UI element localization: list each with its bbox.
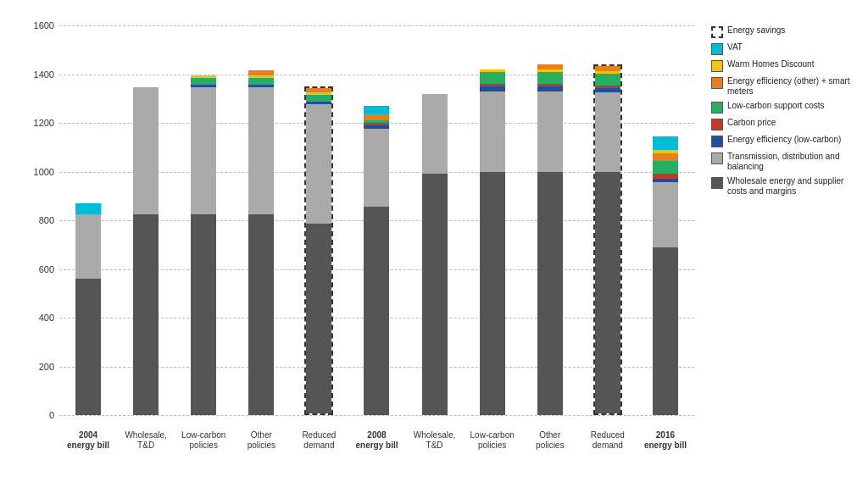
legend: Energy savingsVATWarm Homes DiscountEner… [698, 17, 860, 474]
bar-segment-lowCarbonSupport [248, 78, 274, 86]
bar-segment-transmission [133, 87, 159, 214]
bar-segment-lowCarbonSupport [480, 72, 505, 84]
bar-segment-lowCarbonSupport [537, 72, 563, 84]
bar-group-wholesale2004: Wholesale,T&D [117, 25, 175, 415]
bar-group-otherpolicies2004: Otherpolicies [232, 25, 290, 415]
y-tick-label: 200 [27, 362, 54, 372]
legend-swatch-warm-homes-discount [711, 60, 723, 72]
x-label-bill2004: 2004energy bill [59, 430, 117, 451]
bar-group-bill2004: 2004energy bill [59, 25, 117, 415]
bar-segment-lowCarbonSupport [595, 74, 620, 86]
bar-segment-wholesale [133, 214, 159, 415]
x-label-reduceddemand2004: Reduceddemand [290, 430, 348, 451]
bar-group-reduceddemand2004: Reduceddemand [290, 25, 348, 415]
bar-segment-transmission [364, 129, 389, 207]
bar-segment-wholesale [75, 279, 101, 415]
legend-swatch-vat [711, 43, 723, 55]
legend-label-energy-efficiency-other: Energy efficiency (other) + smart meters [727, 76, 860, 97]
bar-segment-energyEfficiencyOther [364, 114, 389, 120]
bar-stack-otherpolicies2004 [248, 64, 274, 415]
dashed-box-reduceddemand2004 [304, 86, 333, 415]
chart-container: 020040060080010001200140016002004energy … [0, 0, 868, 482]
bar-segment-wholesale [364, 207, 389, 415]
bar-group-bill2008: 2008energy bill [348, 25, 405, 415]
bar-segment-vat [653, 136, 678, 150]
x-label-lowcarbon2008: Low-carbonpolicies [464, 430, 521, 451]
bar-stack-bill2008 [364, 106, 389, 415]
legend-label-energy-savings: Energy savings [727, 25, 785, 36]
bar-segment-vat [364, 106, 389, 114]
legend-label-warm-homes-discount: Warm Homes Discount [727, 59, 814, 69]
bar-segment-transmission [480, 91, 505, 172]
bar-segment-wholesale [422, 174, 448, 415]
bar-stack-wholesale2004 [133, 81, 159, 415]
bar-group-reduceddemand2008: Reduceddemand [579, 25, 637, 415]
bar-segment-wholesale [248, 214, 274, 415]
y-tick-label: 0 [27, 410, 54, 420]
legend-label-low-carbon-support: Low-carbon support costs [727, 101, 825, 111]
legend-item-transmission: Transmission, distribution and balancing [711, 152, 860, 172]
y-tick-label: 800 [27, 215, 54, 225]
bar-segment-wholesale [191, 214, 216, 415]
bar-segment-transmission [248, 87, 274, 214]
legend-label-vat: VAT [727, 42, 743, 53]
y-tick-label: 1400 [27, 69, 54, 80]
bar-segment-vat [75, 203, 101, 214]
x-label-otherpolicies2004: Otherpolicies [232, 430, 290, 451]
x-label-otherpolicies2008: Otherpolicies [521, 430, 579, 451]
bar-segment-transmission [595, 92, 620, 172]
bar-segment-transmission [191, 87, 216, 214]
chart-wrapper: 020040060080010001200140016002004energy … [8, 17, 698, 474]
bar-segment-lowCarbonSupport [653, 161, 678, 175]
bar-stack-bill2016 [653, 136, 678, 415]
x-label-wholesale2004: Wholesale,T&D [117, 430, 175, 451]
bar-segment-wholesale [537, 172, 563, 416]
legend-item-vat: VAT [711, 42, 860, 55]
bar-group-wholesale2008: Wholesale,T&D [406, 25, 464, 415]
bar-group-bill2016: 2016energy bill [637, 25, 694, 415]
legend-item-carbon-price: Carbon price [711, 118, 860, 130]
legend-item-energy-savings: Energy savings [711, 25, 860, 38]
bar-segment-lowCarbonSupport [191, 78, 216, 86]
bar-segment-energyEfficiencyOther [653, 153, 678, 161]
bar-segment-wholesale [595, 172, 620, 413]
legend-swatch-low-carbon-support [711, 102, 723, 114]
legend-label-transmission: Transmission, distribution and balancing [727, 152, 860, 172]
y-tick-label: 400 [27, 313, 54, 323]
dashed-box-reduceddemand2008 [593, 64, 622, 415]
x-label-bill2016: 2016energy bill [637, 430, 694, 451]
x-label-wholesale2008: Wholesale,T&D [406, 430, 464, 451]
legend-item-warm-homes-discount: Warm Homes Discount [711, 59, 860, 72]
legend-item-energy-efficiency-other: Energy efficiency (other) + smart meters [711, 76, 860, 97]
x-label-reduceddemand2008: Reduceddemand [579, 430, 637, 451]
bar-segment-transmission [75, 214, 101, 279]
legend-item-low-carbon-support: Low-carbon support costs [711, 101, 860, 114]
bar-segment-transmission [306, 104, 331, 224]
y-tick-label: 1600 [27, 20, 54, 30]
legend-label-energy-efficiency-low-carbon: Energy efficiency (low-carbon) [727, 135, 841, 145]
y-tick-label: 1200 [27, 118, 54, 128]
bar-segment-wholesale [306, 224, 331, 413]
bar-group-lowcarbon2004: Low-carbonpolicies [175, 25, 232, 415]
bar-stack-lowcarbon2008 [480, 67, 505, 415]
x-label-bill2008: 2008energy bill [348, 430, 405, 451]
bar-group-otherpolicies2008: Otherpolicies [521, 25, 579, 415]
bar-segment-wholesale [480, 172, 505, 416]
bar-stack-lowcarbon2004 [191, 70, 216, 415]
bar-segment-transmission [422, 94, 448, 174]
y-tick-label: 600 [27, 264, 54, 274]
legend-swatch-energy-savings [711, 26, 723, 38]
bar-group-lowcarbon2008: Low-carbonpolicies [464, 25, 521, 415]
legend-swatch-transmission [711, 152, 723, 164]
bar-segment-transmission [653, 182, 678, 247]
bar-stack-bill2004 [75, 193, 101, 415]
grid-line [59, 415, 694, 416]
y-tick-label: 1000 [27, 167, 54, 177]
bar-stack-wholesale2008 [422, 94, 448, 416]
legend-item-energy-efficiency-low-carbon: Energy efficiency (low-carbon) [711, 135, 860, 147]
bar-segment-lowCarbonSupport [306, 95, 331, 102]
legend-swatch-energy-efficiency-other [711, 77, 723, 89]
bar-segment-wholesale [653, 247, 678, 415]
bar-segment-transmission [537, 91, 563, 172]
legend-label-wholesale: Wholesale energy and supplier costs and … [727, 176, 860, 197]
